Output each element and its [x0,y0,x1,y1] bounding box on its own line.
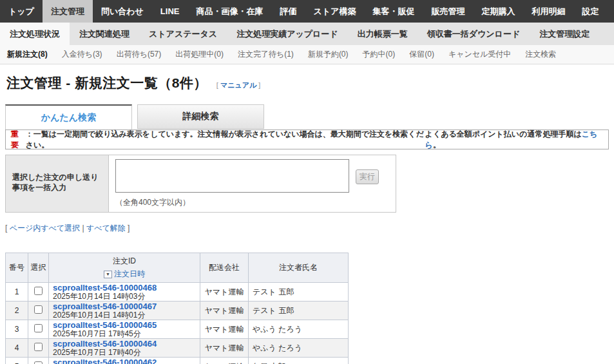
order-datetime: 2025年10月14日 14時01分 [53,311,196,319]
status-tab-reserved[interactable]: 予約中(0) [356,45,403,64]
row-order-cell: scproalltest-546-10000467 2025年10月14日 14… [49,302,200,320]
status-tab-hold[interactable]: 保留(0) [402,45,441,64]
manual-link[interactable]: マニュアル [220,81,256,89]
customer-name: やふう たろう [249,339,349,358]
nav-secondary-store-status[interactable]: ストアステータス [139,23,227,45]
bulk-note-content: （全角400文字以内） 実行 [109,155,396,212]
col-header-shipping: 配送会社 [200,253,249,283]
table-row: 3 scproalltest-546-10000465 2025年10月7日 1… [6,320,349,339]
shipping-company: ヤマト運輸 [200,339,249,358]
customer-name: 矢風 太郎 [249,358,349,364]
sel-bracket-open: [ [5,224,7,233]
status-tab-new-orders[interactable]: 新規注文(8) [0,45,55,64]
order-id-link[interactable]: scproalltest-546-10000464 [53,340,196,349]
order-datetime: 2025年10月14日 14時03分 [53,292,196,300]
nav-primary-usage-details[interactable]: 利用明細 [523,0,573,23]
shipping-company: ヤマト運輸 [200,358,249,364]
nav-primary-settings[interactable]: 設定 [573,0,607,23]
row-checkbox[interactable] [34,361,43,364]
table-row: 2 scproalltest-546-10000467 2025年10月14日 … [6,302,349,320]
customer-name: テスト 五郎 [249,283,349,302]
sel-separator: | [82,224,84,233]
row-number: 2 [6,302,28,320]
status-tab-cancel-accepting[interactable]: キャンセル受付中 [441,45,518,64]
primary-nav: トップ 注文管理 問い合わせ LINE 商品・画像・在庫 評価 ストア構築 集客… [0,0,614,23]
nav-secondary-order-status[interactable]: 注文処理状況 [0,23,70,45]
bulk-note-form: 選択した注文の申し送り事項を一括入力 （全角400文字以内） 実行 [5,155,396,213]
col-header-select: 選択 [28,253,49,283]
shipping-company: ヤマト運輸 [200,302,249,320]
table-row: 5 scproalltest-546-10000462 2025年10月7日 1… [6,358,349,364]
row-select-cell [28,339,49,358]
row-order-cell: scproalltest-546-10000462 2025年10月7日 17時… [49,358,200,364]
order-id-link[interactable]: scproalltest-546-10000465 [53,321,196,330]
nav-primary-reviews[interactable]: 評価 [271,0,305,23]
row-number: 4 [6,339,28,358]
row-checkbox[interactable] [34,324,43,332]
sel-bracket-close: ] [128,224,130,233]
row-select-cell [28,283,49,302]
nav-primary-products-images-stock[interactable]: 商品・画像・在庫 [187,0,271,23]
important-label: 重要 [11,129,26,151]
table-row: 4 scproalltest-546-10000464 2025年10月7日 1… [6,339,349,358]
nav-secondary-output-forms[interactable]: 出力帳票一覧 [348,23,417,45]
orders-table: 番号 選択 注文ID ▼ 注文日時 配送会社 注文者氏名 1 scproallt… [5,253,349,364]
table-row: 1 scproalltest-546-10000468 2025年10月14日 … [6,283,349,302]
tab-advanced-search[interactable]: 詳細検索 [137,104,264,129]
row-checkbox[interactable] [34,343,43,351]
nav-primary-line[interactable]: LINE [152,0,188,23]
nav-secondary-processing-upload[interactable]: 注文処理実績アップロード [227,23,348,45]
bulk-note-textarea[interactable] [115,159,349,193]
status-tab-order-search[interactable]: 注文検索 [518,45,563,64]
order-id-link[interactable]: scproalltest-546-10000462 [53,358,196,364]
order-status-nav: 新規注文(8) 入金待ち(3) 出荷待ち(57) 出荷処理中(0) 注文完了待ち… [0,45,614,64]
title-row: 注文管理 - 新規注文一覧（8件） [ マニュアル ] [0,64,614,92]
deselect-all-link[interactable]: すべて解除 [86,224,126,233]
notice-right-text: よくある全額ポイント払いの通常処理手順は [425,129,582,139]
nav-secondary-order-related[interactable]: 注文関連処理 [70,23,139,45]
row-order-cell: scproalltest-546-10000464 2025年10月7日 17時… [49,339,200,358]
nav-secondary-order-settings[interactable]: 注文管理設定 [530,23,599,45]
nav-primary-store-builder[interactable]: ストア構築 [305,0,364,23]
nav-primary-order-management[interactable]: 注文管理 [43,0,93,23]
order-id-link[interactable]: scproalltest-546-10000468 [53,283,196,292]
execute-button[interactable]: 実行 [356,169,379,184]
notice-right-suffix: 。 [433,140,441,149]
status-tab-new-reservation[interactable]: 新規予約(0) [301,45,356,64]
status-tab-completion-wait[interactable]: 注文完了待ち(1) [231,45,301,64]
nav-primary-marketing[interactable]: 集客・販促 [364,0,423,23]
nav-primary-top[interactable]: トップ [0,0,43,23]
nav-primary-sales-management[interactable]: 販売管理 [423,0,473,23]
bulk-note-field-wrap: （全角400文字以内） [115,159,349,208]
row-select-cell [28,358,49,364]
row-select-cell [28,320,49,339]
nav-secondary-receipt-download[interactable]: 領収書一括ダウンロード [417,23,530,45]
order-id-link[interactable]: scproalltest-546-10000467 [53,302,196,311]
notice-bar: 重要 ：一覧は一定期間で絞り込み表示をしています。注文情報が表示されていない場合… [5,129,609,149]
row-select-cell [28,302,49,320]
row-checkbox[interactable] [34,305,43,314]
order-datetime-link[interactable]: 注文日時 [114,269,145,280]
table-header-row: 番号 選択 注文ID ▼ 注文日時 配送会社 注文者氏名 [6,253,349,283]
nav-primary-subscription[interactable]: 定期購入 [473,0,523,23]
col-header-customer: 注文者氏名 [249,253,349,283]
search-tabs: かんたん検索 詳細検索 [0,104,614,129]
status-tab-shipping-in-progress[interactable]: 出荷処理中(0) [168,45,231,64]
sort-dropdown-icon[interactable]: ▼ [104,271,112,278]
notice-right: よくある全額ポイント払いの通常処理手順はこちら。 [425,129,603,151]
notice-text: ：一覧は一定期間で絞り込み表示をしています。注文情報が表示されていない場合は、最… [26,129,425,151]
row-checkbox[interactable] [34,287,43,295]
order-datetime: 2025年10月7日 17時45分 [53,330,196,338]
page-title: 注文管理 - 新規注文一覧（8件） [6,74,207,92]
tab-simple-search[interactable]: かんたん検索 [5,104,132,129]
nav-primary-inquiry[interactable]: 問い合わせ [93,0,152,23]
order-id-header-label: 注文ID [113,256,136,265]
select-all-link[interactable]: ページ内すべて選択 [10,224,80,233]
status-tab-ship-wait[interactable]: 出荷待ち(57) [110,45,169,64]
row-number: 3 [6,320,28,339]
status-tab-payment-wait[interactable]: 入金待ち(3) [55,45,110,64]
selection-links: [ ページ内すべて選択 | すべて解除 ] [5,223,609,234]
col-header-order-id: 注文ID ▼ 注文日時 [49,253,200,283]
bulk-note-label: 選択した注文の申し送り事項を一括入力 [6,155,109,212]
manual-link-wrap: [ マニュアル ] [216,81,261,90]
